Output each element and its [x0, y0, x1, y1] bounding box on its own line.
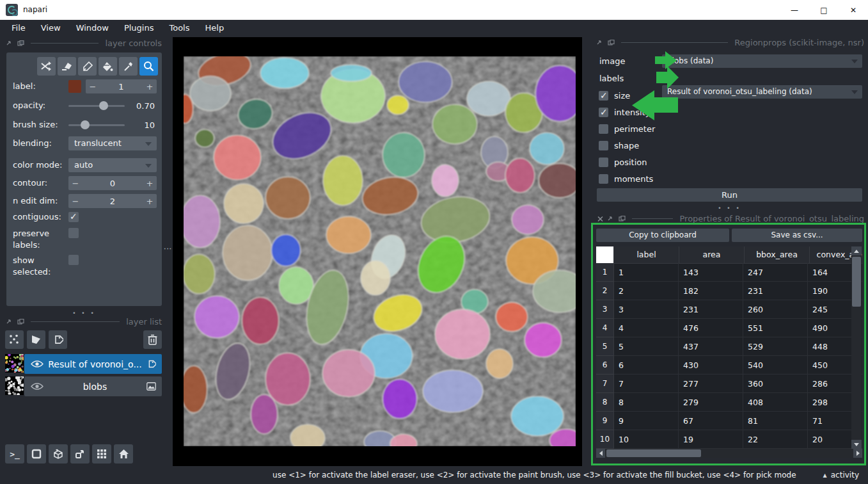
layer-row-voronoi[interactable]: Result of voronoi_o...	[24, 354, 162, 374]
shuffle-colors-button[interactable]	[37, 57, 56, 76]
color-mode-dropdown[interactable]: auto	[68, 158, 157, 172]
panel-resize-handle[interactable]: • • •	[597, 205, 862, 211]
close-panel-icon[interactable]	[597, 216, 604, 222]
new-labels-layer-button[interactable]	[49, 330, 67, 349]
layer-row-blobs[interactable]: blobs	[24, 376, 162, 396]
decrement-button[interactable]: −	[68, 197, 83, 206]
table-cell[interactable]: 10	[614, 430, 679, 449]
hide-panel-icon[interactable]	[608, 40, 615, 46]
scroll-right-button[interactable]	[853, 449, 862, 458]
size-checkbox[interactable]	[599, 91, 608, 101]
menu-window[interactable]: Window	[68, 20, 116, 36]
row-index-cell[interactable]: 3	[596, 300, 614, 319]
row-index-cell[interactable]: 2	[596, 282, 614, 300]
ndisplay-toggle-button[interactable]	[27, 444, 46, 464]
pan-zoom-button[interactable]	[139, 57, 158, 76]
menu-tools[interactable]: Tools	[161, 20, 197, 36]
slider-handle[interactable]	[99, 101, 108, 110]
row-index-cell[interactable]: 4	[596, 319, 614, 337]
menu-file[interactable]: File	[4, 20, 33, 36]
table-cell[interactable]: 9	[614, 412, 679, 430]
copy-to-clipboard-button[interactable]: Copy to clipboard	[596, 229, 729, 242]
table-cell[interactable]: 430	[679, 356, 743, 375]
table-cell[interactable]: 529	[743, 337, 808, 356]
visibility-eye-icon[interactable]	[31, 360, 43, 368]
menu-help[interactable]: Help	[198, 20, 232, 36]
float-panel-icon[interactable]	[608, 216, 615, 222]
table-cell[interactable]: 143	[679, 263, 743, 282]
new-points-layer-button[interactable]	[5, 330, 24, 349]
scroll-down-button[interactable]	[851, 440, 862, 449]
row-index-cell[interactable]: 1	[596, 263, 614, 282]
label-color-swatch[interactable]	[68, 80, 81, 93]
run-button[interactable]: Run	[597, 188, 862, 202]
moments-checkbox[interactable]	[599, 174, 608, 184]
table-cell[interactable]: 3	[614, 300, 679, 319]
activity-button[interactable]: ▲ activity	[823, 471, 859, 480]
table-cell[interactable]: 22	[743, 430, 808, 449]
float-panel-icon[interactable]	[6, 40, 13, 47]
new-shapes-layer-button[interactable]	[27, 330, 45, 349]
table-cell[interactable]: 540	[743, 356, 808, 375]
viewer-canvas[interactable]	[173, 37, 582, 466]
table-cell[interactable]: 437	[679, 337, 743, 356]
console-button[interactable]: >_	[5, 444, 24, 464]
transpose-dimensions-button[interactable]	[70, 444, 90, 464]
scroll-up-button[interactable]	[851, 246, 862, 255]
table-cell[interactable]: 476	[679, 319, 743, 337]
brush-size-slider[interactable]	[68, 118, 125, 132]
roll-dimensions-button[interactable]	[49, 444, 68, 464]
table-cell[interactable]: 231	[743, 282, 808, 300]
preserve-labels-checkbox[interactable]	[68, 228, 79, 238]
menu-plugins[interactable]: Plugins	[116, 20, 162, 36]
paint-button[interactable]	[78, 57, 97, 76]
contiguous-checkbox[interactable]	[68, 212, 79, 222]
splitter-handle[interactable]: ⋮	[166, 245, 170, 253]
table-cell[interactable]: 7	[614, 375, 679, 393]
hide-panel-icon[interactable]	[619, 216, 626, 222]
row-index-cell[interactable]: 9	[596, 412, 614, 430]
blending-dropdown[interactable]: translucent	[68, 136, 157, 150]
row-index-cell[interactable]: 8	[596, 393, 614, 412]
table-cell[interactable]: 247	[743, 263, 808, 282]
vertical-scrollbar[interactable]	[851, 246, 862, 449]
row-index-cell[interactable]: 10	[596, 430, 614, 449]
row-index-cell[interactable]: 5	[596, 337, 614, 356]
menu-view[interactable]: View	[33, 20, 68, 36]
vertical-scroll-thumb[interactable]	[852, 257, 861, 307]
fill-button[interactable]	[99, 57, 117, 76]
delete-layer-button[interactable]	[143, 330, 162, 349]
table-cell[interactable]: 6	[614, 356, 679, 375]
label-spinbox[interactable]: − 1 +	[86, 79, 157, 93]
panel-resize-handle[interactable]: • • •	[6, 310, 162, 316]
row-index-cell[interactable]: 6	[596, 356, 614, 375]
float-panel-icon[interactable]	[6, 319, 13, 325]
table-corner-cell[interactable]	[596, 246, 614, 263]
position-checkbox[interactable]	[599, 157, 608, 167]
table-cell[interactable]: 277	[679, 375, 743, 393]
increment-button[interactable]: +	[143, 82, 157, 92]
hide-panel-icon[interactable]	[17, 319, 24, 325]
picker-button[interactable]	[119, 57, 138, 76]
table-cell[interactable]: 2	[614, 282, 679, 300]
show-selected-checkbox[interactable]	[68, 255, 79, 265]
table-cell[interactable]: 551	[743, 319, 808, 337]
increment-button[interactable]: +	[143, 179, 157, 188]
table-cell[interactable]: 408	[743, 393, 808, 412]
labels-dropdown[interactable]: Result of voronoi_otsu_labeling (data)	[662, 85, 862, 99]
increment-button[interactable]: +	[143, 197, 157, 206]
opacity-slider[interactable]	[68, 99, 125, 113]
column-header-area[interactable]: area	[679, 246, 745, 264]
shape-checkbox[interactable]	[599, 141, 608, 150]
decrement-button[interactable]: −	[86, 82, 100, 92]
hide-panel-icon[interactable]	[17, 40, 24, 47]
close-button[interactable]: ✕	[839, 0, 868, 20]
column-header-bbox-area[interactable]: bbox_area	[745, 246, 810, 264]
table-cell[interactable]: 231	[679, 300, 743, 319]
image-dropdown[interactable]: blobs (data)	[662, 54, 862, 68]
minimize-button[interactable]: —	[780, 0, 809, 20]
table-cell[interactable]: 260	[743, 300, 808, 319]
float-panel-icon[interactable]	[597, 40, 604, 46]
slider-handle[interactable]	[81, 120, 90, 129]
column-header-label[interactable]: label	[614, 246, 679, 264]
